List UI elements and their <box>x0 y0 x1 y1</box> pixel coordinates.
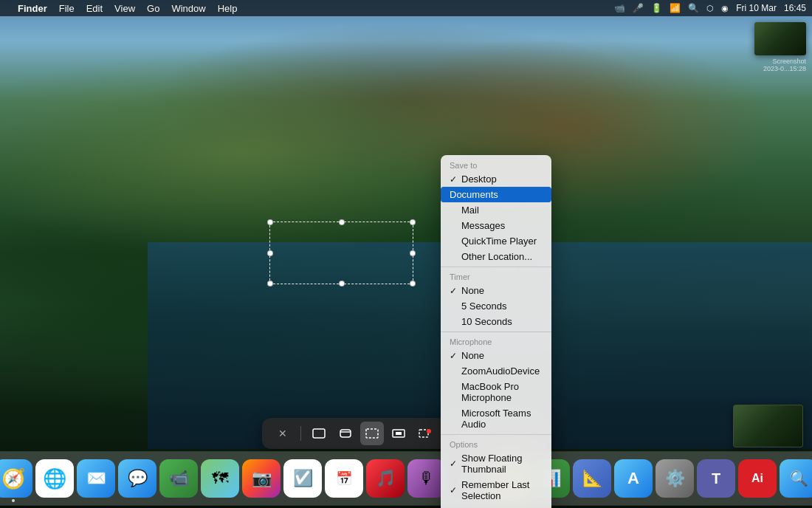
options-section-label: Options <box>441 437 551 450</box>
selection-area[interactable] <box>269 222 413 284</box>
dock-keynote[interactable]: 📐 <box>573 459 611 498</box>
menu-item-remember-selection[interactable]: Remember Last Selection <box>441 477 551 504</box>
dock-photos[interactable]: 📷 <box>242 459 281 498</box>
menubar-battery-icon[interactable]: 🔋 <box>651 3 662 13</box>
menu-item-quicktime[interactable]: QuickTime Player <box>441 233 551 249</box>
menubar-mic-icon[interactable]: 🎤 <box>633 3 644 13</box>
menu-item-mail[interactable]: Mail <box>441 202 551 218</box>
menubar-search-icon[interactable]: 🔍 <box>688 3 699 13</box>
dock-chrome[interactable]: 🌐 <box>35 459 74 498</box>
menubar-window[interactable]: Window <box>171 3 205 14</box>
menu-item-mic-macbook[interactable]: MacBook Pro Microphone <box>441 379 551 405</box>
dock-safari[interactable]: 🧭 <box>0 459 32 498</box>
selection-handle-top-middle[interactable] <box>339 219 345 225</box>
screenshot-label: Screenshot 2023-0...15:28 <box>763 58 806 72</box>
menubar-time: 16:45 <box>784 3 806 13</box>
microphone-section-label: Microphone <box>441 334 551 348</box>
separator-microphone <box>441 332 551 332</box>
menu-item-messages[interactable]: Messages <box>441 218 551 233</box>
toolbar-separator-1 <box>300 426 301 441</box>
save-to-section-label: Save to <box>441 158 551 171</box>
menubar-date: Fri 10 Mar <box>736 3 777 13</box>
dock-teams[interactable]: T <box>697 459 735 498</box>
toolbar-fullscreen-button[interactable] <box>387 422 410 445</box>
svg-rect-3 <box>366 429 378 438</box>
dock-appstore[interactable]: A <box>614 459 653 498</box>
menu-item-mic-none[interactable]: None <box>441 348 551 363</box>
toolbar-window-rounded-button[interactable] <box>334 422 357 445</box>
menu-item-timer-10sec[interactable]: 10 Seconds <box>441 314 551 329</box>
menu-item-floating-thumbnail[interactable]: Show Floating Thumbnail <box>441 450 551 477</box>
menu-item-other-location[interactable]: Other Location... <box>441 249 551 264</box>
separator-timer <box>441 267 551 267</box>
menu-item-show-mouse-clicks[interactable]: Show Mouse Clicks <box>441 504 551 508</box>
dock-reminders[interactable]: ☑️ <box>283 459 322 498</box>
dock-mail[interactable]: ✉️ <box>77 459 115 498</box>
bottom-right-thumbnail <box>733 405 803 447</box>
menu-item-timer-none[interactable]: None <box>441 283 551 298</box>
toolbar-selection-button[interactable] <box>360 422 384 445</box>
dock-system-preferences[interactable]: ⚙️ <box>656 459 694 498</box>
menubar-go[interactable]: Go <box>147 3 159 14</box>
timer-section-label: Timer <box>441 270 551 283</box>
menubar-app-name[interactable]: Finder <box>18 3 47 14</box>
selection-handle-top-left[interactable] <box>267 219 273 225</box>
dock-creative-cloud[interactable]: Ai <box>738 459 777 498</box>
dock: 🗂 🚀 🧭 🌐 ✉️ 💬 📹 🗺 📷 ☑️ 📅 🎵 <box>0 452 812 505</box>
screenshot-thumbnail-top <box>754 22 806 55</box>
menubar-wifi-icon[interactable]: 📶 <box>670 3 681 13</box>
screenshot-options-menu: Save to Desktop Documents Mail Messages … <box>441 155 551 508</box>
menu-item-documents[interactable]: Documents <box>441 187 551 202</box>
dock-facetime[interactable]: 📹 <box>159 459 198 498</box>
dock-messages[interactable]: 💬 <box>118 459 156 498</box>
selection-handle-bottom-middle[interactable] <box>339 281 345 286</box>
menubar-file[interactable]: File <box>59 3 75 14</box>
separator-options <box>441 434 551 435</box>
selection-handle-top-right[interactable] <box>410 219 416 225</box>
dock-calendar[interactable]: 📅 <box>325 459 363 498</box>
dock-browser-2[interactable]: 🔍 <box>780 459 812 498</box>
menubar-edit[interactable]: Edit <box>86 3 103 14</box>
svg-rect-1 <box>340 430 351 437</box>
menu-item-mic-teams[interactable]: Microsoft Teams Audio <box>441 405 551 432</box>
selection-handle-bottom-left[interactable] <box>267 281 273 286</box>
svg-point-7 <box>427 429 431 433</box>
toolbar-close-button[interactable]: ✕ <box>271 422 295 445</box>
menubar-airplay-icon[interactable]: ⬡ <box>706 4 714 13</box>
menu-item-timer-5sec[interactable]: 5 Seconds <box>441 298 551 314</box>
menu-item-desktop[interactable]: Desktop <box>441 171 551 187</box>
selection-handle-bottom-right[interactable] <box>410 281 416 286</box>
svg-rect-5 <box>396 432 402 435</box>
toolbar-record-area-button[interactable] <box>413 422 437 445</box>
thumbnail-preview <box>734 405 802 447</box>
menubar-siri-icon[interactable]: ◉ <box>721 4 729 13</box>
selection-handle-middle-left[interactable] <box>267 250 273 256</box>
menubar-help[interactable]: Help <box>218 3 238 14</box>
svg-rect-0 <box>313 429 325 438</box>
dock-maps[interactable]: 🗺 <box>201 459 239 498</box>
menubar-camera-icon[interactable]: 📹 <box>614 3 625 13</box>
toolbar-window-button[interactable] <box>307 422 331 445</box>
selection-handle-middle-right[interactable] <box>410 250 416 256</box>
menu-item-mic-zoom[interactable]: ZoomAudioDevice <box>441 363 551 379</box>
menubar: Finder File Edit View Go Window Help 📹 🎤… <box>0 0 812 16</box>
menubar-view[interactable]: View <box>114 3 135 14</box>
dock-music[interactable]: 🎵 <box>366 459 405 498</box>
